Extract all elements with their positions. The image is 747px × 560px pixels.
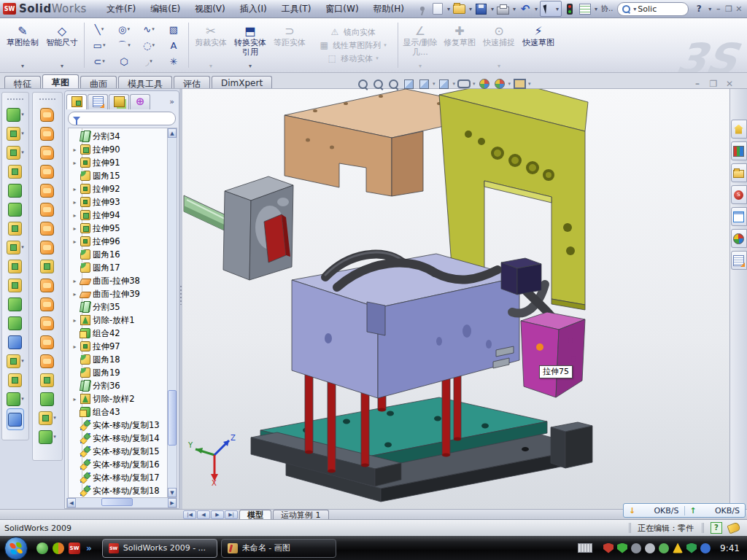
sketch-tool-spline[interactable]: ∿▾ bbox=[136, 21, 161, 37]
doc-close-button[interactable]: ✕ bbox=[724, 79, 735, 89]
tree-horizontal-scrollbar[interactable]: ◀ ▶ bbox=[66, 498, 177, 508]
expand-arrow[interactable]: ▸ bbox=[71, 278, 78, 284]
surface-tool-10[interactable] bbox=[40, 295, 55, 314]
end-block[interactable] bbox=[551, 422, 592, 468]
tab-scroll-2[interactable]: ▶ bbox=[211, 510, 224, 519]
panel-tab-dimxpertmanager[interactable]: ⊕ bbox=[130, 94, 150, 109]
dropdown-caret[interactable]: ▾ bbox=[152, 26, 155, 32]
keyboard-layout-icon[interactable] bbox=[578, 543, 592, 553]
feature-tool-7[interactable]: ▾ bbox=[7, 238, 24, 257]
sketch-tool-rectangle[interactable]: ▭▾ bbox=[87, 37, 112, 53]
surface-tool-12[interactable] bbox=[40, 332, 55, 351]
sketch-tool-arc[interactable]: ⌒▾ bbox=[112, 37, 136, 53]
hose-connector[interactable] bbox=[501, 258, 541, 295]
tray-antivirus-shield[interactable] bbox=[603, 543, 614, 553]
dropdown-caret[interactable]: ▾ bbox=[453, 81, 456, 87]
quick-tips-icon[interactable]: ? bbox=[711, 522, 722, 534]
taskpane-tab-custom-properties[interactable] bbox=[731, 251, 747, 270]
feature-tool-0[interactable]: ▾ bbox=[7, 105, 24, 124]
tab-特征[interactable]: 特征 bbox=[4, 76, 41, 88]
surface-tool-4[interactable] bbox=[40, 181, 55, 200]
dropdown-caret[interactable]: ▾ bbox=[376, 55, 379, 61]
feature-tool-8[interactable] bbox=[8, 257, 23, 276]
print-caret[interactable]: ▾ bbox=[511, 6, 517, 12]
dropdown-caret[interactable]: ▾ bbox=[21, 358, 24, 364]
feature-tool-3[interactable] bbox=[8, 162, 23, 181]
surface-tool-6[interactable] bbox=[40, 219, 55, 238]
tree-item[interactable]: ▸曲面-拉伸38 bbox=[71, 274, 167, 287]
tree-item[interactable]: 分割36 bbox=[71, 379, 167, 392]
hud-zoom-area-button[interactable] bbox=[371, 77, 384, 90]
scroll-left-button[interactable]: ◀ bbox=[67, 498, 76, 508]
feature-tool-15[interactable]: ▾ bbox=[7, 389, 24, 408]
tree-item[interactable]: 实体-移动/复制14 bbox=[71, 432, 167, 445]
tab-DimXpert[interactable]: DimXpert bbox=[212, 76, 272, 88]
tree-item[interactable]: ▸拉伸92 bbox=[71, 182, 167, 195]
doc-restore-button[interactable]: ❐ bbox=[708, 79, 719, 89]
scroll-down-button[interactable]: ▼ bbox=[168, 488, 177, 497]
menu-item-4[interactable]: 工具(T) bbox=[275, 1, 318, 18]
tree-item[interactable]: 圆角17 bbox=[71, 261, 167, 274]
dropdown-caret[interactable]: ▾ bbox=[473, 81, 476, 87]
menu-item-5[interactable]: 窗口(W) bbox=[319, 1, 365, 18]
tree-item[interactable]: ▸拉伸94 bbox=[71, 209, 167, 222]
surface-tool-11[interactable] bbox=[40, 314, 55, 332]
tag-icon[interactable] bbox=[727, 522, 740, 534]
expand-arrow[interactable]: ▸ bbox=[71, 212, 78, 219]
surface-tool-1[interactable] bbox=[40, 124, 55, 143]
tree-item[interactable]: 组合42 bbox=[71, 327, 167, 340]
feature-tool-9[interactable] bbox=[8, 276, 23, 295]
panel-tab-configurationmanager[interactable] bbox=[109, 94, 129, 109]
taskbar-button[interactable]: 未命名 - 画图 bbox=[221, 539, 336, 558]
dropdown-caret[interactable]: ▾ bbox=[53, 415, 56, 421]
sketch-tool-line[interactable]: ╲▾ bbox=[87, 21, 112, 37]
surface-tool-13[interactable] bbox=[40, 351, 55, 370]
tree-item[interactable]: 分割34 bbox=[71, 130, 167, 143]
ribbon-button-repair-sketch[interactable]: ✚修复草图 bbox=[440, 21, 479, 69]
surface-tool-7[interactable] bbox=[40, 238, 55, 257]
dropdown-caret[interactable]: ▾ bbox=[508, 81, 511, 87]
expand-arrow[interactable]: ▸ bbox=[71, 291, 78, 298]
minimize-button[interactable]: – bbox=[713, 4, 723, 14]
dropdown-caret[interactable]: ▾ bbox=[53, 434, 56, 440]
menu-item-2[interactable]: 视图(V) bbox=[188, 1, 232, 18]
hud-display-style-button[interactable] bbox=[438, 77, 451, 90]
dropdown-caret[interactable]: ▾ bbox=[102, 58, 105, 64]
tab-模具工具[interactable]: 模具工具 bbox=[118, 76, 172, 88]
dropdown-caret[interactable]: ▾ bbox=[150, 58, 152, 64]
options-caret[interactable]: ▾ bbox=[593, 6, 599, 12]
ribbon-button-move-entities[interactable]: ⬚移动实体▾ bbox=[326, 52, 379, 64]
quicklaunch-launcher-orange[interactable] bbox=[53, 542, 64, 554]
panel-tab-propertymanager[interactable] bbox=[88, 94, 108, 109]
ribbon-button-linear-pattern[interactable]: ▦线性草图阵列▾ bbox=[318, 39, 387, 51]
save-button[interactable] bbox=[474, 2, 489, 15]
tray-sync-icon[interactable] bbox=[700, 543, 711, 553]
feature-tool-13[interactable]: ▾ bbox=[7, 351, 24, 370]
surface-tool-0[interactable] bbox=[40, 105, 55, 124]
tree-filter-input[interactable] bbox=[68, 112, 176, 125]
scroll-up-button[interactable]: ▲ bbox=[168, 128, 177, 138]
dropdown-caret[interactable]: ▾ bbox=[152, 42, 155, 48]
expand-arrow[interactable]: ▸ bbox=[71, 225, 78, 232]
expand-arrow[interactable]: ▸ bbox=[71, 147, 78, 153]
doc-minimize-button[interactable]: – bbox=[692, 79, 703, 89]
restore-button[interactable]: ❐ bbox=[724, 4, 733, 14]
menu-item-0[interactable]: 文件(F) bbox=[100, 1, 142, 18]
dropdown-caret[interactable]: ▾ bbox=[249, 63, 252, 69]
expand-arrow[interactable]: ▸ bbox=[71, 343, 78, 350]
menu-item-3[interactable]: 插入(I) bbox=[233, 1, 274, 18]
search-input[interactable]: Solic bbox=[638, 4, 657, 14]
tree-item[interactable]: 实体-移动/复制17 bbox=[71, 471, 167, 484]
quicklaunch-solidworks[interactable]: SW bbox=[69, 542, 80, 554]
menu-item-1[interactable]: 编辑(E) bbox=[144, 1, 187, 18]
tray-health-shield[interactable] bbox=[686, 543, 697, 553]
surface-tool-3[interactable] bbox=[40, 162, 55, 181]
feature-tool-12[interactable] bbox=[8, 332, 23, 351]
tab-曲面[interactable]: 曲面 bbox=[80, 76, 117, 88]
expand-arrow[interactable]: ▸ bbox=[71, 199, 78, 206]
tray-network-icon[interactable] bbox=[659, 543, 669, 553]
tree-item[interactable]: 圆角15 bbox=[71, 169, 167, 182]
dropdown-caret[interactable]: ▾ bbox=[128, 42, 131, 48]
scroll-track[interactable] bbox=[168, 138, 177, 488]
ribbon-button-trim[interactable]: ✂剪裁实体▾ bbox=[191, 21, 231, 69]
